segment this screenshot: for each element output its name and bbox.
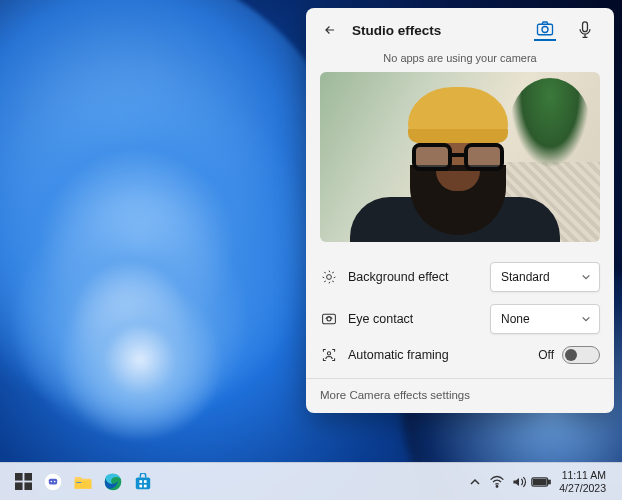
microphone-tab-icon[interactable]: [574, 19, 596, 41]
taskbar-app-edge[interactable]: [100, 469, 126, 495]
svg-point-13: [51, 480, 53, 482]
svg-point-3: [327, 275, 332, 280]
background-effect-label: Background effect: [348, 270, 480, 284]
svg-point-6: [327, 352, 330, 355]
svg-rect-10: [24, 482, 32, 490]
eye-contact-label: Eye contact: [348, 312, 480, 326]
toggle-knob: [565, 349, 577, 361]
svg-rect-18: [136, 477, 150, 489]
svg-rect-9: [15, 482, 23, 490]
svg-rect-19: [139, 480, 142, 483]
taskbar-app-store[interactable]: [130, 469, 156, 495]
taskbar-clock[interactable]: 11:11 AM 4/27/2023: [553, 469, 612, 493]
automatic-framing-label: Automatic framing: [348, 348, 528, 362]
back-button[interactable]: [318, 18, 342, 42]
svg-rect-22: [144, 484, 147, 487]
svg-point-14: [54, 480, 56, 482]
wifi-icon[interactable]: [487, 469, 507, 495]
eye-contact-icon: [320, 310, 338, 328]
camera-tab-icon[interactable]: [534, 19, 556, 41]
background-effect-row: Background effect Standard: [306, 256, 614, 298]
svg-rect-16: [76, 482, 81, 483]
taskbar: 11:11 AM 4/27/2023: [0, 462, 622, 500]
desktop: Studio effects No apps are usin: [0, 0, 622, 500]
preview-person: [350, 87, 550, 242]
svg-rect-4: [323, 314, 336, 324]
svg-rect-2: [583, 22, 588, 32]
svg-rect-26: [534, 479, 547, 484]
chevron-down-icon: [581, 314, 591, 324]
battery-icon[interactable]: [531, 469, 551, 495]
tray-overflow-icon[interactable]: [465, 469, 485, 495]
taskbar-app-explorer[interactable]: [70, 469, 96, 495]
dropdown-value: Standard: [501, 270, 550, 284]
clock-time: 11:11 AM: [559, 469, 606, 481]
svg-rect-7: [15, 473, 23, 481]
background-effect-dropdown[interactable]: Standard: [490, 262, 600, 292]
panel-header: Studio effects: [306, 8, 614, 50]
svg-point-1: [542, 27, 548, 33]
clock-date: 4/27/2023: [559, 482, 606, 494]
taskbar-app-chat[interactable]: [40, 469, 66, 495]
chevron-down-icon: [581, 272, 591, 282]
camera-status-text: No apps are using your camera: [306, 50, 614, 72]
camera-preview: [320, 72, 600, 242]
wallpaper-swirl: [10, 230, 270, 490]
svg-point-5: [327, 317, 331, 321]
background-effect-icon: [320, 268, 338, 286]
svg-rect-20: [144, 480, 147, 483]
svg-rect-21: [139, 484, 142, 487]
eye-contact-row: Eye contact None: [306, 298, 614, 340]
studio-effects-panel: Studio effects No apps are usin: [306, 8, 614, 413]
svg-rect-25: [549, 480, 551, 483]
more-camera-effects-link[interactable]: More Camera effects settings: [306, 379, 614, 409]
automatic-framing-icon: [320, 346, 338, 364]
svg-point-23: [496, 485, 498, 487]
toggle-state-label: Off: [538, 348, 554, 362]
volume-icon[interactable]: [509, 469, 529, 495]
svg-rect-12: [49, 478, 57, 484]
eye-contact-dropdown[interactable]: None: [490, 304, 600, 334]
automatic-framing-toggle[interactable]: [562, 346, 600, 364]
dropdown-value: None: [501, 312, 530, 326]
panel-title: Studio effects: [352, 23, 534, 38]
svg-rect-8: [24, 473, 32, 481]
svg-rect-15: [75, 480, 92, 488]
start-button[interactable]: [10, 469, 36, 495]
automatic-framing-row: Automatic framing Off: [306, 340, 614, 370]
